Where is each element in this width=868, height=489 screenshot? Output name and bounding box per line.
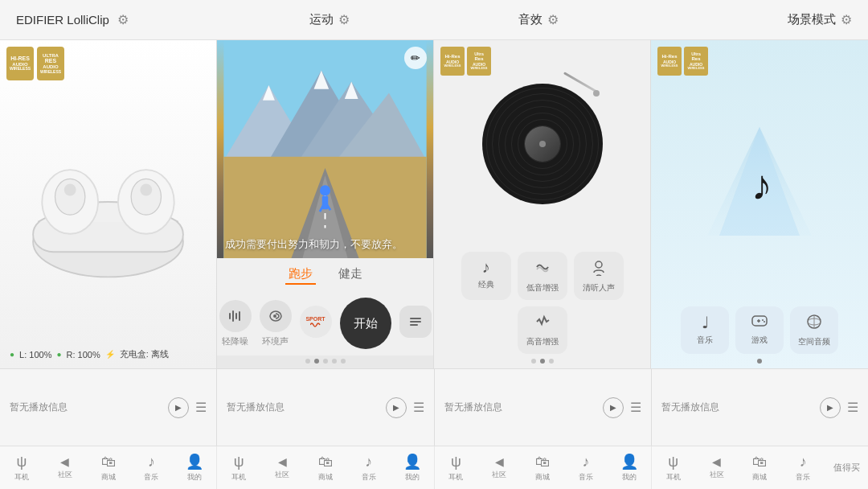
playbar-2-play[interactable]: ▶ [386, 397, 407, 418]
dot-1 [305, 359, 310, 364]
nav-item-music-3[interactable]: ♪ 音乐 [564, 450, 608, 486]
nav-item-earphone-2[interactable]: ψ 耳机 [217, 450, 260, 486]
nav-item-community-2[interactable]: ◀ 社区 [260, 452, 304, 483]
sport-list-button[interactable] [399, 306, 432, 338]
community-label-4: 社区 [710, 470, 724, 480]
audio-badge-hires: Hi-Res AUDIO WIRELESS [440, 47, 465, 76]
playbar-4-list[interactable]: ☰ [847, 400, 858, 415]
audio-btn-classic[interactable]: ♪ 经典 [461, 252, 511, 300]
nav-item-shop-3[interactable]: 🛍 商城 [521, 450, 564, 486]
profile-label-2: 我的 [405, 472, 420, 483]
playbar-1-text: 暂无播放信息 [10, 401, 162, 414]
earphone-icon-2: ψ [234, 454, 244, 471]
community-icon-1: ◀ [60, 455, 69, 468]
scene-badge-hires: Hi-Res AUDIO WIRELESS [657, 47, 682, 76]
game-label: 游戏 [751, 335, 768, 346]
audio-btn-treble[interactable]: 高音增强 [518, 306, 567, 354]
sport-wave-icon [310, 322, 321, 328]
panel-device: Hi-Res AUDIO WIRELESS Ultra Res AUDIO WI… [0, 40, 217, 368]
nav-item-earphone-1[interactable]: ψ 耳机 [0, 450, 43, 486]
svg-point-41 [764, 321, 765, 323]
main-content: Hi-Res AUDIO WIRELESS Ultra Res AUDIO WI… [0, 40, 868, 368]
nav-item-profile-2[interactable]: 👤 我的 [391, 450, 434, 486]
tab-walk[interactable]: 健走 [335, 265, 366, 285]
earphone-icon-4: ψ [668, 454, 678, 471]
nav-item-music-2[interactable]: ♪ 音乐 [347, 450, 391, 486]
nav-scene-section[interactable]: 场景模式 ⚙ [643, 12, 852, 27]
music-nav-icon-4: ♪ [800, 454, 807, 471]
scene-btn-game[interactable]: 游戏 [735, 306, 784, 354]
scene-btn-spatial[interactable]: 空间音频 [790, 306, 838, 354]
panel-audio: Hi-Res AUDIO WIRELESS Ultra Res AUDIO WI… [434, 40, 651, 368]
playbar-4-play[interactable]: ▶ [820, 397, 841, 418]
music-nav-icon-2: ♪ [365, 454, 372, 471]
nav-item-community-3[interactable]: ◀ 社区 [477, 452, 521, 483]
scene-badge-ultra: Ultra Res AUDIO WIRELESS [684, 47, 708, 76]
shop-icon-1: 🛍 [101, 454, 116, 471]
scene-badges: Hi-Res AUDIO WIRELESS Ultra Res AUDIO WI… [657, 47, 708, 76]
nav-item-earphone-3[interactable]: ψ 耳机 [435, 450, 478, 486]
shop-label-4: 商城 [752, 472, 767, 483]
case-status: 充电盒: 离线 [120, 348, 169, 360]
nav-brand-section: EDIFIER LolliClip ⚙ [16, 12, 225, 27]
playbar-1-list[interactable]: ☰ [195, 400, 207, 415]
nav-item-earphone-4[interactable]: ψ 耳机 [652, 450, 695, 486]
audio-btn-vocal[interactable]: 清听人声 [574, 252, 624, 300]
nav-audio-section[interactable]: 音效 ⚙ [434, 12, 643, 27]
playbar-3-play[interactable]: ▶ [603, 397, 624, 418]
ambient-control: 环境声 [260, 300, 292, 347]
playbar-3-controls: ▶ ☰ [603, 397, 641, 418]
shop-icon-4: 🛍 [752, 454, 767, 471]
start-button[interactable]: 开始 [340, 298, 391, 349]
shop-label-1: 商城 [101, 472, 116, 483]
nav-sport-icon[interactable]: ⚙ [338, 12, 350, 27]
nav-item-music-4[interactable]: ♪ 音乐 [781, 450, 825, 486]
noise-icon [227, 308, 244, 324]
nav-scene-icon[interactable]: ⚙ [841, 12, 852, 27]
audio-badge-ultra: Ultra Res AUDIO WIRELESS [467, 47, 491, 76]
community-label-1: 社区 [58, 470, 72, 480]
brand-settings-icon[interactable]: ⚙ [117, 12, 129, 27]
earphone-icon-3: ψ [451, 454, 461, 471]
music-nav-label-4: 音乐 [796, 472, 810, 483]
playbar-3-list[interactable]: ☰ [630, 400, 641, 415]
svg-point-21 [320, 185, 330, 195]
nav-item-community-1[interactable]: ◀ 社区 [43, 452, 87, 483]
right-battery-text: R: 100% [66, 350, 100, 360]
svg-point-40 [762, 319, 764, 321]
nav-item-profile-1[interactable]: 👤 我的 [173, 450, 216, 486]
bottom-nav-section-3: ψ 耳机 ◀ 社区 🛍 商城 ♪ 音乐 👤 我的 [435, 446, 652, 489]
playbar-2-list[interactable]: ☰ [413, 400, 424, 415]
nav-item-shop-4[interactable]: 🛍 商城 [738, 450, 781, 486]
sport-mode-button[interactable]: SPORT [300, 306, 332, 338]
sport-mode-control: SPORT [300, 306, 332, 341]
nav-item-shop-1[interactable]: 🛍 商城 [87, 450, 130, 486]
nav-item-zhide-4[interactable]: 值得买 [825, 458, 868, 477]
profile-icon-3: 👤 [620, 453, 638, 471]
nav-audio-icon[interactable]: ⚙ [547, 12, 559, 27]
svg-rect-25 [229, 313, 231, 319]
scene-btn-music[interactable]: ♩ 音乐 [681, 306, 729, 354]
noise-button[interactable] [219, 300, 252, 332]
playbar-2-controls: ▶ ☰ [386, 397, 424, 418]
tab-run[interactable]: 跑步 [285, 265, 316, 285]
playbar-3: 暂无播放信息 ▶ ☰ [435, 369, 652, 446]
sport-caption: 成功需要付出努力和韧力，不要放弃。 [225, 237, 425, 252]
svg-text:♪: ♪ [751, 162, 772, 208]
playbar-1-top: 暂无播放信息 ▶ ☰ [0, 369, 216, 446]
svg-rect-28 [239, 311, 240, 321]
ambient-button[interactable] [260, 300, 292, 332]
left-battery-text: L: 100% [19, 350, 51, 360]
nav-item-community-4[interactable]: ◀ 社区 [695, 452, 739, 483]
sport-edit-icon[interactable]: ✏ [404, 47, 427, 69]
nav-item-profile-3[interactable]: 👤 我的 [608, 450, 651, 486]
nav-item-music-1[interactable]: ♪ 音乐 [130, 450, 174, 486]
dot-3 [323, 359, 328, 364]
nav-item-shop-2[interactable]: 🛍 商城 [304, 450, 347, 486]
audio-dot-2 [540, 359, 545, 364]
playbar-1-play[interactable]: ▶ [168, 397, 189, 418]
audio-btn-bass[interactable]: 低音增强 [518, 252, 567, 300]
nav-sport-section[interactable]: 运动 ⚙ [225, 12, 434, 27]
music-nav-icon-1: ♪ [148, 454, 155, 471]
audio-dot-1 [531, 359, 536, 364]
